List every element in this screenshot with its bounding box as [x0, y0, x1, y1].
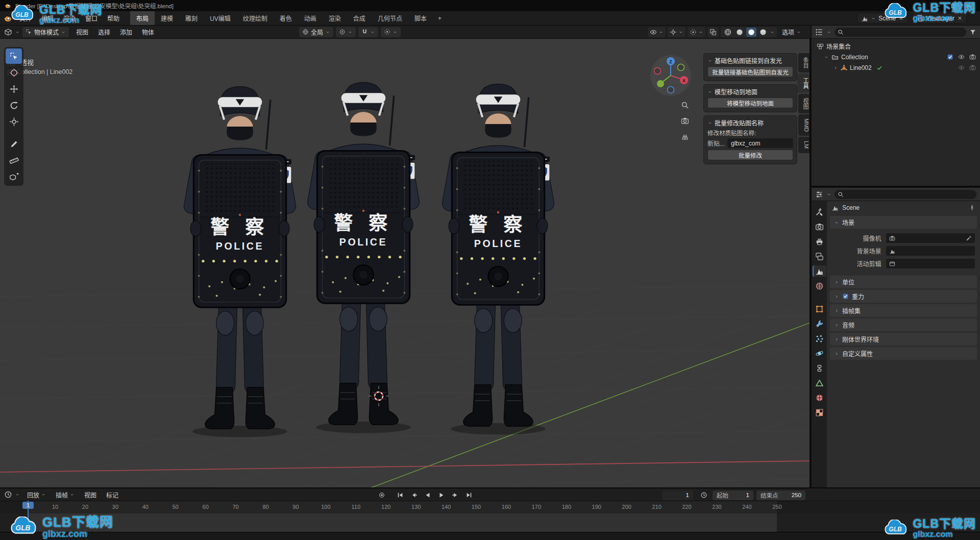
timeline-ruler[interactable]: 1020304050607080901001101201301401501601…: [0, 501, 980, 513]
viewport-menu-item[interactable]: 视图: [71, 26, 93, 38]
gravity-checkbox[interactable]: [842, 293, 849, 300]
workspace-tab[interactable]: 纹理绘制: [237, 11, 274, 25]
jump-end-button[interactable]: [462, 490, 475, 500]
custom-properties-section-header[interactable]: 自定义属性: [830, 347, 977, 360]
viewlayer-selector[interactable]: ViewLayer: [912, 13, 967, 23]
play-button[interactable]: [435, 490, 448, 500]
measure-tool[interactable]: [6, 153, 22, 168]
menubar-item[interactable]: 渲染: [59, 12, 80, 24]
workspace-tab[interactable]: UV编辑: [204, 11, 237, 25]
viewport-menu-item[interactable]: 选择: [93, 26, 115, 38]
filter-icon[interactable]: [969, 29, 976, 36]
keying-sets-section-header[interactable]: 插帧集: [830, 304, 977, 317]
properties-search[interactable]: [835, 190, 976, 199]
camera-field[interactable]: [886, 233, 975, 243]
chevron-down-icon[interactable]: [826, 192, 831, 197]
auto-key-button[interactable]: [375, 490, 388, 500]
active-clip-field[interactable]: [886, 259, 975, 268]
panel-button[interactable]: 批量修改: [707, 150, 793, 160]
cursor-tool[interactable]: [6, 65, 22, 80]
timeline-menu[interactable]: 回放: [22, 489, 51, 501]
blender-menu-button[interactable]: [3, 14, 12, 23]
current-frame-field[interactable]: 1: [663, 490, 693, 500]
sidebar-tab[interactable]: 视图: [798, 94, 810, 113]
scene-section-header[interactable]: 场景: [830, 216, 977, 229]
annotate-tool[interactable]: [6, 136, 22, 152]
disable-render-icon[interactable]: [969, 64, 976, 71]
outliner-row-collection[interactable]: Collection: [812, 52, 980, 62]
workspace-tab[interactable]: 几何节点: [372, 11, 408, 25]
next-keyframe-button[interactable]: [449, 490, 461, 500]
disable-render-icon[interactable]: [969, 54, 976, 60]
rigid-body-section-header[interactable]: 刚体世界环境: [830, 333, 977, 346]
editor-type-icon[interactable]: [4, 28, 12, 36]
gravity-section-header[interactable]: 重力: [830, 290, 977, 303]
units-section-header[interactable]: 单位: [830, 276, 977, 288]
hide-viewport-icon[interactable]: [958, 54, 965, 60]
chevron-down-icon[interactable]: [770, 30, 775, 35]
workspace-tab[interactable]: 建模: [155, 11, 179, 25]
outliner-row-scene-collection[interactable]: 场景集合: [812, 41, 980, 52]
properties-tab-render[interactable]: [813, 221, 826, 232]
sidebar-tab[interactable]: 工具: [797, 73, 810, 93]
unlink-scene-icon[interactable]: [898, 15, 904, 21]
playhead-frame-chip[interactable]: 1: [22, 502, 34, 509]
transform-tool[interactable]: [6, 114, 22, 129]
eyedropper-icon[interactable]: [966, 235, 972, 241]
collection-checkbox[interactable]: [947, 54, 953, 60]
properties-tab-modifiers[interactable]: [813, 318, 826, 329]
menubar-item[interactable]: 编辑: [37, 12, 58, 24]
timeline-editor-icon[interactable]: [4, 490, 12, 499]
scene-selector[interactable]: Scene: [857, 13, 908, 23]
section-header[interactable]: 模型移动到地面: [707, 87, 793, 96]
shading-material-button[interactable]: [746, 28, 756, 37]
chevron-down-icon[interactable]: [15, 492, 20, 497]
outliner-row-line002[interactable]: Line002: [812, 62, 980, 73]
panel-button[interactable]: 将模型移动到地面: [707, 97, 793, 108]
navigation-gizmo[interactable]: Z X: [649, 54, 692, 97]
pivot-dropdown[interactable]: [336, 27, 356, 37]
workspace-tab[interactable]: 动画: [298, 11, 323, 25]
snap-toggle[interactable]: [358, 27, 378, 37]
outliner-search[interactable]: [835, 28, 966, 37]
section-header[interactable]: 基础色贴图链接到自发光: [707, 56, 793, 65]
camera-view-icon[interactable]: [681, 117, 689, 125]
sidebar-tab[interactable]: LM: [798, 137, 810, 153]
visibility-dropdown[interactable]: [648, 27, 666, 37]
viewport-3d[interactable]: 警 察POLICE警 察POLICE警 察POLICE 用户透视 (1) Col…: [0, 39, 811, 487]
shading-wireframe-button[interactable]: [723, 28, 733, 37]
prev-keyframe-button[interactable]: [407, 490, 420, 500]
hide-viewport-icon[interactable]: [958, 64, 965, 71]
properties-tab-tool[interactable]: [813, 206, 826, 217]
properties-tab-object[interactable]: [813, 303, 826, 314]
timeline-track[interactable]: [0, 513, 980, 532]
shading-rendered-button[interactable]: [758, 28, 768, 37]
audio-section-header[interactable]: 音频: [830, 318, 977, 331]
gizmos-toggle[interactable]: [668, 27, 685, 37]
add-workspace-button[interactable]: +: [433, 11, 447, 25]
properties-tab-particles[interactable]: [813, 333, 826, 344]
add-cube-tool[interactable]: [6, 169, 22, 184]
chevron-down-icon[interactable]: [15, 30, 20, 35]
properties-tab-world[interactable]: [813, 280, 826, 291]
sync-icon-button[interactable]: [697, 490, 710, 500]
proportional-toggle[interactable]: [381, 27, 401, 37]
viewport-menu-item[interactable]: 添加: [115, 26, 137, 38]
select-box-tool[interactable]: [6, 48, 22, 64]
frame-end-field[interactable]: 结束点 250: [756, 490, 805, 500]
properties-tab-texture[interactable]: [813, 407, 826, 418]
rotate-tool[interactable]: [6, 97, 22, 113]
maximize-button[interactable]: [945, 0, 961, 11]
viewport-menu-item[interactable]: 物体: [137, 26, 159, 38]
menubar-item[interactable]: 帮助: [103, 12, 124, 24]
frame-start-field[interactable]: 起始 1: [713, 490, 753, 500]
minimize-button[interactable]: [930, 0, 945, 11]
jump-start-button[interactable]: [394, 490, 406, 500]
properties-tab-scene[interactable]: [813, 265, 826, 277]
panel-button[interactable]: 批量链接基础色贴图到自发光: [707, 66, 793, 77]
remove-viewlayer-icon[interactable]: [957, 15, 963, 21]
properties-tab-physics[interactable]: [813, 348, 826, 359]
workspace-tab[interactable]: 脚本: [408, 11, 433, 25]
properties-tab-output[interactable]: [813, 236, 826, 247]
orientation-dropdown[interactable]: 全局: [299, 27, 333, 37]
